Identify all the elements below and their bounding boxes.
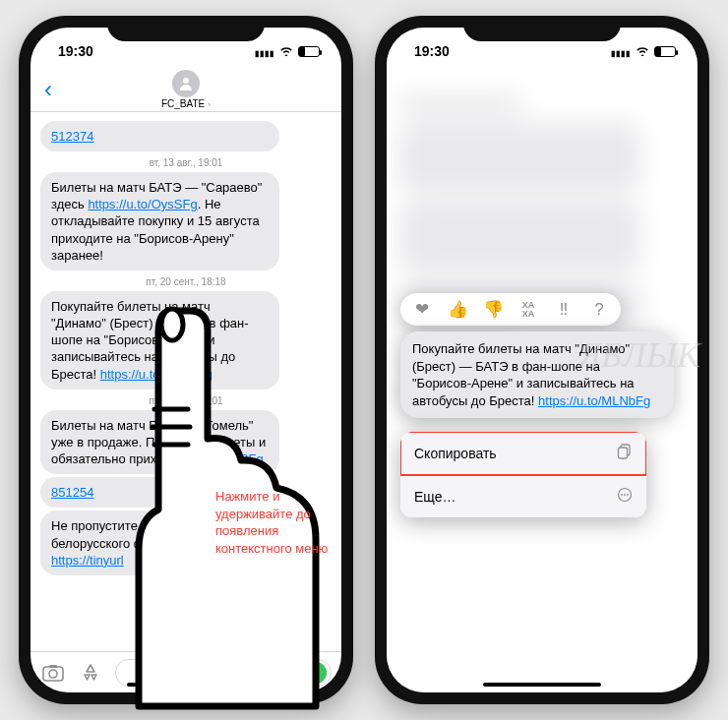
tapback-haha-icon[interactable]: ХА ХА (518, 301, 538, 317)
menu-label: Еще… (414, 489, 456, 505)
wifi-icon (636, 43, 649, 59)
svg-rect-9 (619, 448, 628, 458)
context-menu: Скопировать Еще… (400, 432, 646, 517)
menu-item-more[interactable]: Еще… (400, 475, 646, 517)
menu-label: Скопировать (414, 446, 497, 461)
menu-item-copy[interactable]: Скопировать (400, 432, 646, 475)
timestamp: пт, 18 окт., 18:01 (40, 395, 332, 406)
more-icon (617, 487, 633, 506)
link[interactable]: https://u.to/MLNbFg (100, 367, 212, 382)
send-button[interactable]: ↑ (305, 662, 327, 684)
iphone-right: 19:30 ❤ 👍 👎 ХА ХА ‼ (375, 16, 709, 704)
status-time: 19:30 (414, 43, 450, 59)
timestamp: вт, 13 авг., 19:01 (40, 157, 332, 168)
contact-name: FC_BATE (161, 98, 205, 109)
home-indicator[interactable] (127, 683, 245, 687)
svg-point-2 (49, 670, 57, 678)
camera-icon[interactable] (40, 660, 66, 686)
iphone-left: 19:30 ‹ FC_BATE › 512374 вт, 13 авг., 19… (19, 16, 353, 704)
status-icons (255, 43, 320, 59)
battery-icon (654, 46, 676, 57)
tapback-exclaim-icon[interactable]: ‼ (554, 300, 574, 320)
svg-point-0 (183, 78, 189, 84)
avatar-icon (172, 70, 200, 97)
message-bubble[interactable]: 512374 (40, 121, 279, 151)
tapback-thumbsdown-icon[interactable]: 👎 (483, 299, 503, 320)
link[interactable]: https://u.to/MLNbFg (538, 393, 650, 408)
svg-point-11 (621, 494, 623, 496)
message-bubble[interactable]: Покупайте билеты на матч "Динамо" (Брест… (40, 291, 279, 390)
notch (463, 16, 621, 41)
svg-point-13 (627, 494, 629, 496)
screen-left: 19:30 ‹ FC_BATE › 512374 вт, 13 авг., 19… (30, 28, 341, 692)
tapback-heart-icon[interactable]: ❤ (412, 299, 432, 320)
svg-point-12 (624, 494, 626, 496)
message-bubble[interactable]: Билеты на матч БАТЭ — "Сараево" здесь ht… (40, 172, 279, 270)
signal-icon (611, 43, 631, 59)
tapback-thumbsup-icon[interactable]: 👍 (448, 299, 467, 320)
tapback-question-icon[interactable]: ? (589, 300, 609, 320)
link[interactable]: 512374 (51, 129, 93, 144)
status-icons (611, 43, 676, 59)
svg-rect-3 (49, 665, 57, 668)
selected-message-bubble[interactable]: Покупайте билеты на матч "Динамо" (Брест… (400, 331, 674, 418)
link[interactable]: u.to/r6d9Fg (198, 451, 264, 466)
timestamp: пт, 20 сент., 18:18 (40, 276, 332, 287)
signal-icon (255, 43, 274, 59)
messages-list[interactable]: 512374 вт, 13 авг., 19:01 Билеты на матч… (30, 112, 341, 651)
context-menu-layer: ❤ 👍 👎 ХА ХА ‼ ? Покупайте билеты на матч… (387, 28, 698, 692)
link[interactable]: https://u.to/OysSFg (88, 197, 197, 211)
nav-header: ‹ FC_BATE › (30, 67, 341, 112)
appstore-icon[interactable] (78, 660, 103, 686)
wifi-icon (279, 43, 293, 59)
link[interactable]: 851254 (51, 485, 93, 500)
status-time: 19:30 (58, 43, 93, 59)
notch (107, 16, 265, 41)
contact-header[interactable]: FC_BATE › (161, 70, 211, 109)
svg-rect-1 (43, 667, 63, 681)
chevron-right-icon: › (208, 99, 211, 109)
home-indicator[interactable] (483, 683, 601, 687)
link[interactable]: https://tinyurl (51, 553, 124, 568)
screen-right: 19:30 ❤ 👍 👎 ХА ХА ‼ (387, 28, 698, 692)
copy-icon (617, 444, 633, 462)
message-bubble[interactable]: Билеты на матч БАТЭ — "Гомель" уже в про… (40, 410, 279, 474)
back-button[interactable]: ‹ (44, 76, 52, 103)
instruction-label: Нажмите и удерживайте до появления конте… (215, 488, 353, 557)
battery-icon (298, 46, 320, 57)
tapback-bar: ❤ 👍 👎 ХА ХА ‼ ? (400, 293, 621, 326)
